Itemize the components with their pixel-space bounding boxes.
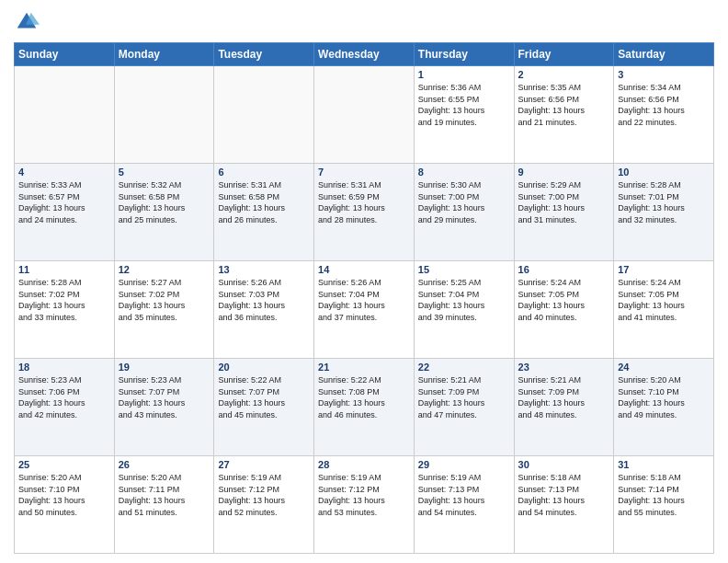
day-info: Sunrise: 5:32 AM Sunset: 6:58 PM Dayligh…	[119, 179, 210, 225]
calendar-day-cell	[314, 66, 415, 164]
weekday-header: Friday	[514, 43, 614, 66]
calendar-day-cell: 13Sunrise: 5:26 AM Sunset: 7:03 PM Dayli…	[214, 261, 314, 359]
calendar-day-cell: 19Sunrise: 5:23 AM Sunset: 7:07 PM Dayli…	[114, 359, 214, 456]
day-number: 21	[318, 362, 410, 373]
day-number: 8	[418, 167, 510, 178]
calendar-day-cell: 9Sunrise: 5:29 AM Sunset: 7:00 PM Daylig…	[514, 164, 614, 261]
day-info: Sunrise: 5:19 AM Sunset: 7:12 PM Dayligh…	[218, 472, 310, 518]
day-number: 6	[218, 167, 310, 178]
day-info: Sunrise: 5:20 AM Sunset: 7:10 PM Dayligh…	[618, 374, 710, 420]
header	[14, 9, 714, 35]
weekday-header: Sunday	[15, 43, 115, 66]
day-number: 16	[518, 264, 610, 275]
weekday-header: Monday	[114, 43, 214, 66]
day-info: Sunrise: 5:34 AM Sunset: 6:56 PM Dayligh…	[618, 82, 710, 128]
calendar-day-cell: 21Sunrise: 5:22 AM Sunset: 7:08 PM Dayli…	[314, 359, 415, 456]
day-number: 17	[618, 264, 710, 275]
weekday-header: Saturday	[614, 43, 714, 66]
day-info: Sunrise: 5:26 AM Sunset: 7:03 PM Dayligh…	[218, 277, 310, 323]
calendar-day-cell: 29Sunrise: 5:19 AM Sunset: 7:13 PM Dayli…	[414, 456, 514, 554]
calendar-day-cell	[15, 66, 115, 164]
day-info: Sunrise: 5:20 AM Sunset: 7:11 PM Dayligh…	[119, 472, 210, 518]
calendar-header-row: SundayMondayTuesdayWednesdayThursdayFrid…	[15, 43, 714, 66]
day-info: Sunrise: 5:19 AM Sunset: 7:12 PM Dayligh…	[318, 472, 410, 518]
day-info: Sunrise: 5:31 AM Sunset: 6:59 PM Dayligh…	[318, 179, 410, 225]
day-info: Sunrise: 5:36 AM Sunset: 6:55 PM Dayligh…	[418, 82, 510, 128]
day-number: 18	[18, 362, 110, 373]
calendar-day-cell: 17Sunrise: 5:24 AM Sunset: 7:05 PM Dayli…	[614, 261, 714, 359]
day-number: 15	[418, 264, 510, 275]
day-number: 19	[119, 362, 210, 373]
day-info: Sunrise: 5:20 AM Sunset: 7:10 PM Dayligh…	[18, 472, 110, 518]
day-info: Sunrise: 5:21 AM Sunset: 7:09 PM Dayligh…	[518, 374, 610, 420]
day-number: 24	[618, 362, 710, 373]
calendar-day-cell: 25Sunrise: 5:20 AM Sunset: 7:10 PM Dayli…	[15, 456, 115, 554]
day-number: 9	[518, 167, 610, 178]
calendar-day-cell: 28Sunrise: 5:19 AM Sunset: 7:12 PM Dayli…	[314, 456, 415, 554]
day-number: 25	[18, 459, 110, 470]
day-number: 30	[518, 459, 610, 470]
calendar-day-cell: 6Sunrise: 5:31 AM Sunset: 6:58 PM Daylig…	[214, 164, 314, 261]
day-info: Sunrise: 5:22 AM Sunset: 7:07 PM Dayligh…	[218, 374, 310, 420]
calendar-day-cell: 5Sunrise: 5:32 AM Sunset: 6:58 PM Daylig…	[114, 164, 214, 261]
calendar-day-cell: 8Sunrise: 5:30 AM Sunset: 7:00 PM Daylig…	[414, 164, 514, 261]
day-info: Sunrise: 5:21 AM Sunset: 7:09 PM Dayligh…	[418, 374, 510, 420]
day-info: Sunrise: 5:26 AM Sunset: 7:04 PM Dayligh…	[318, 277, 410, 323]
calendar-day-cell: 1Sunrise: 5:36 AM Sunset: 6:55 PM Daylig…	[414, 66, 514, 164]
day-number: 31	[618, 459, 710, 470]
day-number: 1	[418, 69, 510, 80]
day-info: Sunrise: 5:23 AM Sunset: 7:06 PM Dayligh…	[18, 374, 110, 420]
day-number: 29	[418, 459, 510, 470]
day-number: 11	[18, 264, 110, 275]
calendar-day-cell	[214, 66, 314, 164]
day-number: 4	[18, 167, 110, 178]
calendar-day-cell: 22Sunrise: 5:21 AM Sunset: 7:09 PM Dayli…	[414, 359, 514, 456]
calendar-day-cell: 15Sunrise: 5:25 AM Sunset: 7:04 PM Dayli…	[414, 261, 514, 359]
calendar-day-cell: 7Sunrise: 5:31 AM Sunset: 6:59 PM Daylig…	[314, 164, 415, 261]
calendar-day-cell: 20Sunrise: 5:22 AM Sunset: 7:07 PM Dayli…	[214, 359, 314, 456]
calendar-table: SundayMondayTuesdayWednesdayThursdayFrid…	[14, 42, 714, 554]
day-number: 28	[318, 459, 410, 470]
calendar-day-cell: 26Sunrise: 5:20 AM Sunset: 7:11 PM Dayli…	[114, 456, 214, 554]
day-info: Sunrise: 5:35 AM Sunset: 6:56 PM Dayligh…	[518, 82, 610, 128]
calendar-day-cell: 27Sunrise: 5:19 AM Sunset: 7:12 PM Dayli…	[214, 456, 314, 554]
day-info: Sunrise: 5:19 AM Sunset: 7:13 PM Dayligh…	[418, 472, 510, 518]
calendar-week-row: 1Sunrise: 5:36 AM Sunset: 6:55 PM Daylig…	[15, 66, 714, 164]
calendar-day-cell: 3Sunrise: 5:34 AM Sunset: 6:56 PM Daylig…	[614, 66, 714, 164]
day-number: 13	[218, 264, 310, 275]
calendar-week-row: 18Sunrise: 5:23 AM Sunset: 7:06 PM Dayli…	[15, 359, 714, 456]
day-number: 12	[119, 264, 210, 275]
page: SundayMondayTuesdayWednesdayThursdayFrid…	[0, 0, 728, 563]
day-info: Sunrise: 5:28 AM Sunset: 7:01 PM Dayligh…	[618, 179, 710, 225]
day-info: Sunrise: 5:27 AM Sunset: 7:02 PM Dayligh…	[119, 277, 210, 323]
logo	[14, 9, 43, 35]
calendar-day-cell: 10Sunrise: 5:28 AM Sunset: 7:01 PM Dayli…	[614, 164, 714, 261]
day-info: Sunrise: 5:22 AM Sunset: 7:08 PM Dayligh…	[318, 374, 410, 420]
calendar-day-cell: 18Sunrise: 5:23 AM Sunset: 7:06 PM Dayli…	[15, 359, 115, 456]
logo-icon	[14, 9, 40, 35]
day-info: Sunrise: 5:25 AM Sunset: 7:04 PM Dayligh…	[418, 277, 510, 323]
calendar-day-cell	[114, 66, 214, 164]
day-number: 2	[518, 69, 610, 80]
day-info: Sunrise: 5:18 AM Sunset: 7:13 PM Dayligh…	[518, 472, 610, 518]
day-number: 14	[318, 264, 410, 275]
day-number: 3	[618, 69, 710, 80]
calendar-day-cell: 31Sunrise: 5:18 AM Sunset: 7:14 PM Dayli…	[614, 456, 714, 554]
day-info: Sunrise: 5:30 AM Sunset: 7:00 PM Dayligh…	[418, 179, 510, 225]
day-info: Sunrise: 5:31 AM Sunset: 6:58 PM Dayligh…	[218, 179, 310, 225]
day-number: 10	[618, 167, 710, 178]
calendar-day-cell: 12Sunrise: 5:27 AM Sunset: 7:02 PM Dayli…	[114, 261, 214, 359]
weekday-header: Tuesday	[214, 43, 314, 66]
calendar-day-cell: 14Sunrise: 5:26 AM Sunset: 7:04 PM Dayli…	[314, 261, 415, 359]
day-number: 23	[518, 362, 610, 373]
day-number: 20	[218, 362, 310, 373]
day-number: 7	[318, 167, 410, 178]
day-info: Sunrise: 5:29 AM Sunset: 7:00 PM Dayligh…	[518, 179, 610, 225]
day-number: 22	[418, 362, 510, 373]
weekday-header: Thursday	[414, 43, 514, 66]
day-info: Sunrise: 5:28 AM Sunset: 7:02 PM Dayligh…	[18, 277, 110, 323]
day-info: Sunrise: 5:23 AM Sunset: 7:07 PM Dayligh…	[119, 374, 210, 420]
day-number: 27	[218, 459, 310, 470]
day-info: Sunrise: 5:18 AM Sunset: 7:14 PM Dayligh…	[618, 472, 710, 518]
day-info: Sunrise: 5:24 AM Sunset: 7:05 PM Dayligh…	[618, 277, 710, 323]
